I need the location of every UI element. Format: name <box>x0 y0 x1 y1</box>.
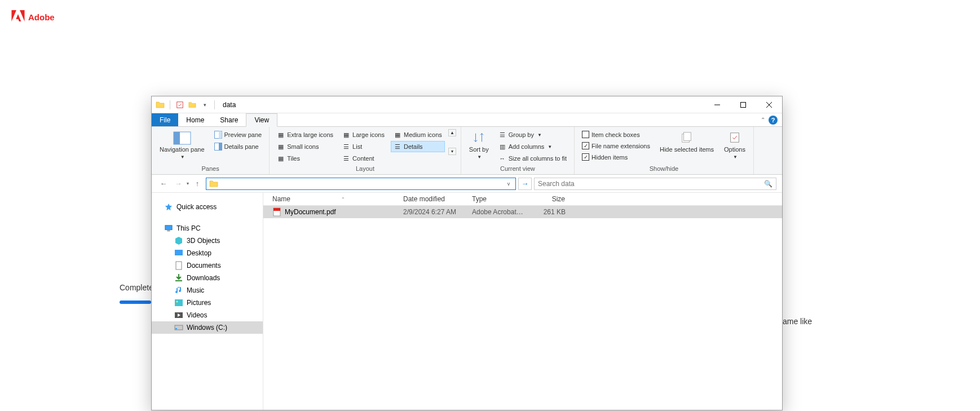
group-label-current: Current view <box>466 164 570 173</box>
svg-point-19 <box>176 301 178 303</box>
tree-item[interactable]: Videos <box>152 309 263 321</box>
separator <box>214 100 215 109</box>
search-input[interactable] <box>538 180 764 188</box>
col-size[interactable]: Size <box>529 193 570 205</box>
medium-icons-button[interactable]: ▦Medium icons <box>391 129 445 140</box>
tab-share[interactable]: Share <box>212 113 246 126</box>
tree-item-label: Desktop <box>187 249 211 257</box>
navigation-pane-button[interactable]: Navigation pane▼ <box>156 129 208 162</box>
help-button[interactable]: ? <box>769 116 778 125</box>
content-button[interactable]: ☰Content <box>339 153 387 164</box>
tree-label: This PC <box>176 224 201 232</box>
tree-item[interactable]: Music <box>152 284 263 297</box>
svg-rect-10 <box>219 143 222 151</box>
pdf-icon <box>272 207 281 216</box>
tiles-button[interactable]: ▦Tiles <box>274 153 336 164</box>
sort-caret-icon: ⌃ <box>341 197 345 202</box>
tree-item[interactable]: Windows (C:) <box>152 321 263 334</box>
col-date[interactable]: Date modified <box>399 193 467 205</box>
group-by-button[interactable]: ☰Group by▼ <box>496 129 570 140</box>
address-bar[interactable]: v <box>206 178 516 190</box>
close-button[interactable] <box>756 96 782 113</box>
tree-item[interactable]: Downloads <box>152 272 263 284</box>
file-extensions-toggle[interactable]: ✓File name extensions <box>579 140 653 151</box>
small-icons-button[interactable]: ▦Small icons <box>274 141 336 152</box>
cell-name: MyDocument.pdf <box>263 206 399 218</box>
window-controls <box>704 96 782 113</box>
svg-rect-14 <box>165 226 172 230</box>
layout-scroll-up[interactable]: ▲ <box>448 129 456 136</box>
details-pane-icon <box>214 143 222 151</box>
ribbon-group-panes: Navigation pane▼ Preview pane Details pa… <box>152 127 270 174</box>
tree-item[interactable]: Documents <box>152 259 263 272</box>
preview-pane-button[interactable]: Preview pane <box>211 129 265 140</box>
tab-home[interactable]: Home <box>178 113 212 126</box>
svg-rect-0 <box>177 101 183 108</box>
tab-view[interactable]: View <box>246 113 277 127</box>
address-dropdown-icon[interactable]: v <box>504 181 513 187</box>
star-icon <box>164 202 173 211</box>
tree-this-pc[interactable]: This PC <box>152 222 263 235</box>
details-icon: ☰ <box>394 143 401 151</box>
titlebar: ▾ data <box>152 96 782 113</box>
folder-icon <box>155 100 165 110</box>
qat-dropdown-icon[interactable]: ▾ <box>200 100 210 110</box>
preview-pane-icon <box>214 131 222 139</box>
tree-item[interactable]: Desktop <box>152 247 263 259</box>
fit-icon: ↔ <box>498 154 506 162</box>
bg-text-fragment: ame like <box>783 317 812 326</box>
tree-item-icon <box>174 311 183 320</box>
list-button[interactable]: ☰List <box>339 141 387 152</box>
window-title: data <box>223 101 236 109</box>
hide-selected-button[interactable]: Hide selected items <box>656 129 717 156</box>
sort-by-button[interactable]: Sort by▼ <box>466 129 492 162</box>
item-checkboxes-toggle[interactable]: Item check boxes <box>579 129 653 140</box>
column-headers: Name⌃ Date modified Type Size <box>263 193 782 206</box>
file-row[interactable]: MyDocument.pdf2/9/2024 6:27 AMAdobe Acro… <box>263 206 782 218</box>
extra-large-icons-button[interactable]: ▦Extra large icons <box>274 129 336 140</box>
go-button[interactable]: → <box>518 178 532 190</box>
minimize-button[interactable] <box>704 96 730 113</box>
tree-quick-access[interactable]: Quick access <box>152 201 263 213</box>
tree-item[interactable]: 3D Objects <box>152 235 263 247</box>
col-name[interactable]: Name⌃ <box>263 193 399 205</box>
grid-icon: ▦ <box>394 131 401 139</box>
forward-button[interactable]: → <box>172 178 184 190</box>
tab-file[interactable]: File <box>152 113 178 126</box>
layout-expand-icon[interactable]: ▾ <box>448 148 456 155</box>
history-dropdown-icon[interactable]: ▾ <box>187 181 189 186</box>
hide-icon <box>678 131 696 145</box>
group-label-showhide: Show/hide <box>579 164 749 173</box>
navigation-pane-icon <box>173 131 191 145</box>
ribbon: Navigation pane▼ Preview pane Details pa… <box>152 127 782 175</box>
address-bar-row: ← → ▾ ↑ v → 🔍 <box>152 175 782 193</box>
details-pane-button[interactable]: Details pane <box>211 141 265 152</box>
folder-small-icon[interactable] <box>187 100 197 110</box>
bg-text-complete: Complete <box>120 283 153 292</box>
search-icon: 🔍 <box>764 180 772 188</box>
group-icon: ☰ <box>498 131 506 139</box>
col-type[interactable]: Type <box>467 193 529 205</box>
up-button[interactable]: ↑ <box>191 178 204 190</box>
tree-item-label: Downloads <box>187 274 220 282</box>
search-box[interactable]: 🔍 <box>534 178 776 190</box>
adobe-label: Adobe <box>28 12 55 22</box>
tree-item-label: 3D Objects <box>187 237 220 245</box>
hidden-items-toggle[interactable]: ✓Hidden items <box>579 152 653 162</box>
properties-icon[interactable] <box>175 100 185 110</box>
tree-label: Quick access <box>176 203 217 211</box>
size-columns-button[interactable]: ↔Size all columns to fit <box>496 153 570 164</box>
details-view-button[interactable]: ☰Details <box>391 141 445 152</box>
large-icons-button[interactable]: ▦Large icons <box>339 129 387 140</box>
options-button[interactable]: Options▼ <box>721 129 749 162</box>
maximize-button[interactable] <box>730 96 756 113</box>
add-columns-button[interactable]: ▥Add columns▼ <box>496 141 570 152</box>
tree-item[interactable]: Pictures <box>152 297 263 309</box>
svg-rect-16 <box>175 250 183 255</box>
address-input[interactable] <box>221 180 502 188</box>
grid-icon: ▦ <box>277 131 285 139</box>
back-button[interactable]: ← <box>157 178 170 190</box>
tree-item-icon <box>174 249 183 258</box>
grid-icon: ▦ <box>342 131 350 139</box>
collapse-ribbon-icon[interactable]: ⌃ <box>761 117 765 123</box>
